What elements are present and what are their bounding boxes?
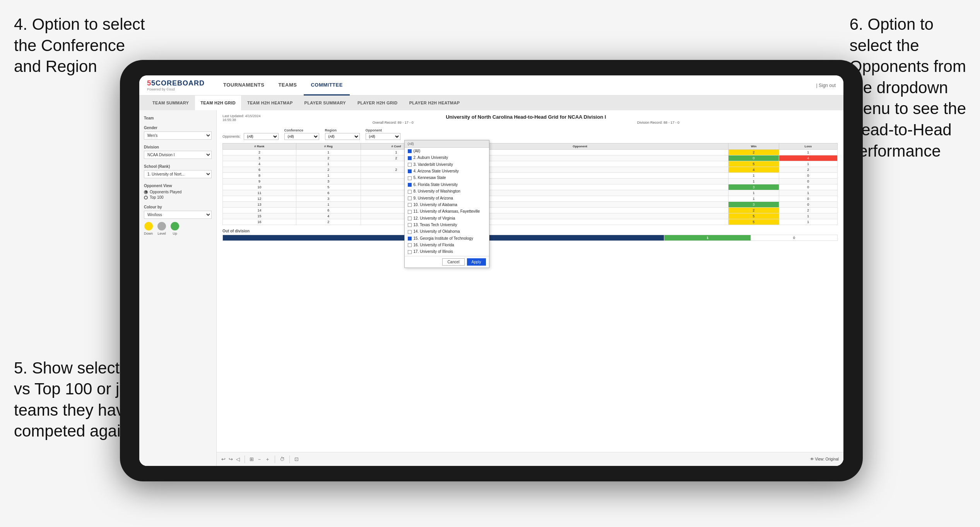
tablet: 55COREBOARD Powered by ©oud TOURNAMENTS … xyxy=(120,60,863,481)
dropdown-item-all[interactable]: (All) xyxy=(405,148,489,154)
checkbox-14[interactable] xyxy=(408,230,412,234)
table-row: 131Texas Tech University30 xyxy=(223,202,838,208)
minus-icon[interactable]: － xyxy=(257,456,262,463)
checkbox-all[interactable] xyxy=(408,149,412,153)
conference-select[interactable]: (All) xyxy=(284,133,319,140)
dropdown-item-9[interactable]: 9. University of Arizona xyxy=(405,195,489,201)
dropdown-item-6[interactable]: 6. Florida State University xyxy=(405,181,489,188)
checkbox-10[interactable] xyxy=(408,203,412,207)
subnav-h2h-grid[interactable]: TEAM H2H GRID xyxy=(195,96,241,110)
dropdown-item-11[interactable]: 11. University of Arkansas, Fayetteville xyxy=(405,208,489,215)
redo-icon[interactable]: ↪ xyxy=(229,456,233,462)
toolbar-sep2 xyxy=(275,455,275,463)
dropdown-item-10[interactable]: 10. University of Alabama xyxy=(405,201,489,208)
checkbox-16[interactable] xyxy=(408,243,412,247)
checkbox-13[interactable] xyxy=(408,223,412,227)
report-header: University of North Carolina Head-to-Hea… xyxy=(261,114,791,125)
dropdown-item-15[interactable]: 15. Georgia Institute of Technology xyxy=(405,235,489,242)
colour-select[interactable]: Win/loss xyxy=(144,211,212,219)
table-container: Last Updated: 4/15/2024 16:55:38 Univers… xyxy=(217,110,843,452)
table-cell: 14 xyxy=(223,208,296,213)
apply-button[interactable]: Apply xyxy=(467,258,486,266)
checkbox-15[interactable] xyxy=(408,237,412,240)
checkbox-2[interactable] xyxy=(408,156,412,160)
division-select[interactable]: NCAA Division I xyxy=(144,151,212,159)
table-cell: 0 xyxy=(779,196,837,202)
plus-icon[interactable]: ＋ xyxy=(265,456,270,463)
cancel-button[interactable]: Cancel xyxy=(442,258,464,266)
gender-label: Gender xyxy=(144,126,212,130)
back-icon[interactable]: ◁ xyxy=(236,456,240,462)
table-row: 322Vanderbilt University04 xyxy=(223,155,838,161)
region-select[interactable]: (All) xyxy=(325,133,360,140)
checkbox-3[interactable] xyxy=(408,163,412,167)
table-cell: 8 xyxy=(223,173,296,179)
dropdown-item-13[interactable]: 13. Texas Tech University xyxy=(405,222,489,228)
table-cell: 5 xyxy=(729,219,779,225)
dropdown-item-5[interactable]: 5. Kennesaw State xyxy=(405,174,489,181)
opponent-view-top100[interactable]: Top 100 xyxy=(144,195,212,200)
nav-tournaments[interactable]: TOURNAMENTS xyxy=(216,75,271,96)
table-cell: 6 xyxy=(296,190,361,196)
opponent-view-label: Opponent View xyxy=(144,184,212,188)
clock-icon[interactable]: ⏱ xyxy=(280,456,285,462)
checkbox-17[interactable] xyxy=(408,250,412,254)
checkbox-6[interactable] xyxy=(408,183,412,187)
copy-icon[interactable]: ⊞ xyxy=(250,456,254,462)
radio-played-label: Opponents Played xyxy=(150,190,181,194)
table-cell: 10 xyxy=(223,184,296,190)
table-cell: 12 xyxy=(223,196,296,202)
radio-top100[interactable] xyxy=(144,196,148,200)
subnav-player-h2h-heatmap[interactable]: PLAYER H2H HEATMAP xyxy=(404,96,465,110)
checkbox-8[interactable] xyxy=(408,190,412,194)
checkbox-11[interactable] xyxy=(408,210,412,214)
checkbox-5[interactable] xyxy=(408,176,412,180)
table-cell: 0 xyxy=(779,179,837,184)
opponent-dropdown[interactable]: (All) (All) 2. Auburn University 3. Vand… xyxy=(404,140,489,268)
out-division-win: 1 xyxy=(664,235,751,241)
colour-label-down: Down xyxy=(144,232,153,235)
navbar: 55COREBOARD Powered by ©oud TOURNAMENTS … xyxy=(139,75,843,96)
dropdown-item-17[interactable]: 17. University of Illinois xyxy=(405,248,489,255)
report-title: University of North Carolina Head-to-Hea… xyxy=(261,114,791,120)
opponent-label: Opponent xyxy=(366,128,400,132)
dropdown-item-14[interactable]: 14. University of Oklahoma xyxy=(405,228,489,235)
undo-icon[interactable]: ↩ xyxy=(221,456,226,462)
export-icon[interactable]: ⊡ xyxy=(294,456,299,462)
school-select[interactable]: 1. University of Nort... xyxy=(144,170,212,178)
colour-legend: Down Level Up xyxy=(144,222,212,235)
checkbox-9[interactable] xyxy=(408,196,412,200)
table-row: 81University of Washington10 xyxy=(223,173,838,179)
opponents-select[interactable]: (All) xyxy=(244,133,279,140)
subnav-player-h2h-grid[interactable]: PLAYER H2H GRID xyxy=(352,96,403,110)
nav-signout[interactable]: | Sign out xyxy=(816,83,836,88)
dropdown-item-12[interactable]: 12. University of Virginia xyxy=(405,215,489,222)
opponent-view-played[interactable]: Opponents Played xyxy=(144,190,212,194)
toolbar-sep3 xyxy=(289,455,290,463)
table-cell: 2 xyxy=(296,155,361,161)
checkbox-12[interactable] xyxy=(408,217,412,220)
gender-select[interactable]: Men's xyxy=(144,131,212,140)
subnav-player-summary[interactable]: PLAYER SUMMARY xyxy=(299,96,351,110)
subnav-h2h-heatmap[interactable]: TEAM H2H HEATMAP xyxy=(242,96,298,110)
checkbox-4[interactable] xyxy=(408,169,412,173)
table-row: 622Florida State University42 xyxy=(223,167,838,173)
table-cell: 15 xyxy=(223,213,296,219)
table-cell: 2 xyxy=(729,208,779,213)
opponent-select[interactable]: (All) xyxy=(366,133,400,140)
colour-label-up: Up xyxy=(173,232,177,235)
dropdown-item-2[interactable]: 2. Auburn University xyxy=(405,154,489,161)
nav-teams[interactable]: TEAMS xyxy=(271,75,304,96)
dropdown-item-3[interactable]: 3. Vanderbilt University xyxy=(405,161,489,168)
dropdown-item-16[interactable]: 16. University of Florida xyxy=(405,242,489,248)
dropdown-item-8[interactable]: 8. University of Washington xyxy=(405,188,489,194)
table-cell: 0 xyxy=(779,184,837,190)
radio-played[interactable] xyxy=(144,190,148,194)
annotation-6: 6. Option to select the Opponents from t… xyxy=(850,14,966,162)
opponents-filter: Opponents: (All) xyxy=(222,133,279,140)
overall-record: Overall Record: 89 - 17 - 0 xyxy=(373,121,414,125)
dropdown-item-4[interactable]: 4. Arizona State University xyxy=(405,168,489,174)
subnav-team-summary[interactable]: TEAM SUMMARY xyxy=(147,96,194,110)
nav-committee[interactable]: COMMITTEE xyxy=(304,75,350,96)
table-cell: 4 xyxy=(296,213,361,219)
